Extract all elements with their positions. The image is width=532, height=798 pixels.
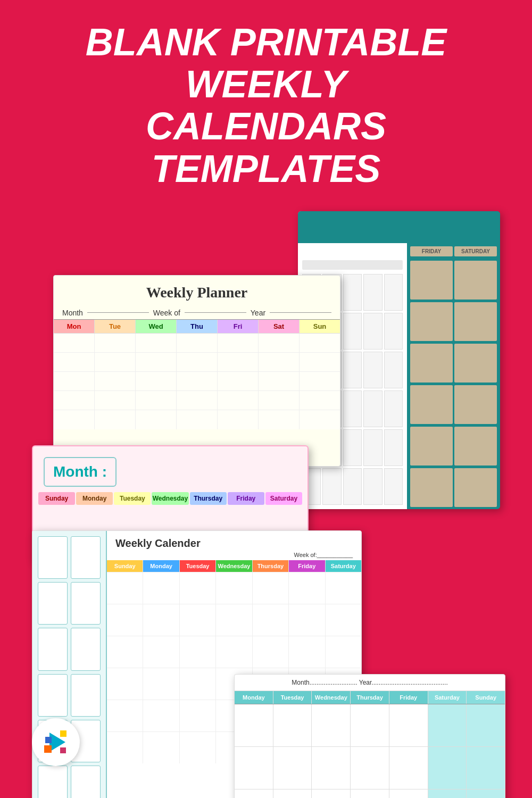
svg-rect-2	[60, 730, 66, 737]
weekly2-left-cell	[71, 674, 101, 717]
planner-cell	[54, 334, 95, 352]
weekly2-cell	[216, 604, 252, 636]
weekly2-cell	[107, 732, 143, 763]
weekly2-left-cell	[38, 766, 68, 798]
weekly2-cell	[180, 700, 216, 732]
planner-cell	[136, 391, 177, 410]
weekly2-left-row	[38, 582, 101, 625]
weekly2-left-cell	[71, 628, 101, 670]
weekly2-cell	[289, 636, 325, 668]
pink-month-text: Month :	[53, 463, 107, 480]
svg-rect-3	[45, 737, 52, 743]
planner-cell	[300, 372, 340, 390]
planner-cell	[218, 391, 259, 410]
weekly2-weekof: Week of:___________	[107, 552, 361, 560]
weekly2-cell	[289, 572, 325, 604]
planner-rows	[54, 334, 340, 429]
planner-month-label: Month	[62, 309, 83, 317]
bottom-day-monday: Monday	[235, 691, 273, 704]
planner-day-wed: Wed	[136, 320, 177, 333]
weekly2-left-cell	[71, 766, 101, 798]
teal-saturday-header: SATURDAY	[454, 246, 497, 256]
weekly2-title: Weekly Calender	[107, 531, 361, 552]
bottom-cell	[312, 789, 351, 798]
bottom-cell	[389, 789, 428, 798]
weekly2-cell	[180, 604, 216, 636]
pink-month-box: Month :	[44, 457, 117, 487]
logo-icon	[40, 726, 72, 758]
weekly2-cell	[326, 572, 361, 604]
weekly2-cell	[180, 668, 216, 700]
weekly2-cell	[253, 604, 289, 636]
bottom-cell-teal	[428, 704, 467, 746]
planner-year-label: Year	[251, 309, 265, 317]
planner-cell	[54, 410, 95, 429]
planner-title: Weekly Planner	[54, 276, 340, 306]
planner-cell	[259, 391, 300, 410]
bottom-cell	[235, 704, 273, 746]
weekly2-cell	[180, 636, 216, 668]
bottom-cell	[351, 747, 389, 789]
planner-cell	[136, 353, 177, 371]
weekly2-cell	[216, 572, 252, 604]
weekly2-cell	[180, 732, 216, 763]
weekly2-cell	[143, 636, 179, 668]
bottom-cell-teal	[428, 747, 467, 789]
weekly2-left-cell	[38, 536, 68, 579]
bottom-day-wednesday: Wednesday	[312, 691, 351, 704]
bottom-day-friday: Friday	[389, 691, 428, 704]
planner-cell	[218, 334, 259, 352]
planner-cell	[300, 410, 340, 429]
planner-day-sat: Sat	[259, 320, 300, 333]
planner-cell	[259, 334, 300, 352]
weekly2-left-row	[38, 536, 101, 579]
planner-cell	[95, 410, 136, 429]
bottom-cell-teal	[467, 747, 505, 789]
weekly2-row	[107, 636, 361, 668]
weekly2-left-row	[38, 766, 101, 798]
planner-cell	[300, 391, 340, 410]
bottom-day-tuesday: Tuesday	[273, 691, 312, 704]
weekly2-day-sun: Sunday	[107, 560, 143, 572]
planner-row-3	[54, 372, 340, 391]
weekly2-day-thu: Thursday	[253, 560, 289, 572]
planner-weekof-label: Week of	[153, 309, 180, 317]
weekly2-cell	[216, 636, 252, 668]
title-line2: CALENDARS TEMPLATES	[32, 105, 500, 189]
planner-cell	[177, 391, 218, 410]
weekly2-cell	[143, 668, 179, 700]
card-bottom-calendar: Month........................... Year...…	[234, 674, 505, 798]
planner-day-mon: Mon	[54, 320, 95, 333]
bottom-cell	[273, 747, 312, 789]
pink-day-wednesday: Wednesday	[152, 492, 188, 505]
pink-day-tuesday: Tuesday	[114, 492, 151, 505]
weekly2-cell	[107, 700, 143, 732]
planner-cell	[136, 334, 177, 352]
planner-row-1	[54, 334, 340, 353]
bottom-days-header: Monday Tuesday Wednesday Thursday Friday…	[235, 691, 505, 704]
bottom-cell	[235, 789, 273, 798]
planner-cell	[136, 410, 177, 429]
svg-rect-4	[60, 747, 66, 753]
planner-row-5	[54, 410, 340, 429]
svg-rect-1	[44, 745, 52, 753]
weekly2-cell	[326, 636, 361, 668]
weekly2-day-tue: Tuesday	[180, 560, 216, 572]
weekly2-left-cell	[71, 536, 101, 579]
bottom-cell	[273, 789, 312, 798]
pink-day-monday: Monday	[76, 492, 113, 505]
weekly2-cell	[143, 572, 179, 604]
weekly2-day-sat: Saturday	[326, 560, 361, 572]
pink-days-row: Sunday Monday Tuesday Wednesday Thursday…	[33, 492, 307, 505]
bottom-cell	[351, 704, 389, 746]
weekly2-left-row	[38, 628, 101, 670]
weekly2-day-wed: Wednesday	[216, 560, 252, 572]
planner-cell	[218, 410, 259, 429]
bottom-cell	[389, 747, 428, 789]
weekly2-cell	[253, 572, 289, 604]
pink-day-saturday: Saturday	[265, 492, 302, 505]
bottom-row	[235, 747, 505, 789]
bottom-cell	[312, 704, 351, 746]
page-title: BLANK PRINTABLE WEEKLY CALENDARS TEMPLAT…	[0, 0, 532, 206]
bottom-cell-teal	[428, 789, 467, 798]
